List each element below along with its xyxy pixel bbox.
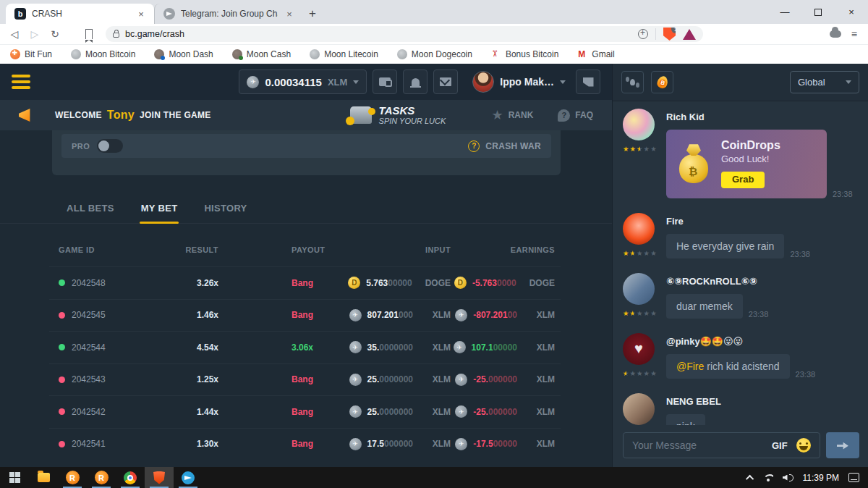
new-tab-button[interactable]: +	[302, 4, 323, 24]
table-row[interactable]: 2042543 1.25x Bang 25.0000000 XLM -25.00…	[49, 363, 561, 396]
chat-bubble: duar memek	[666, 294, 743, 319]
help-icon[interactable]: ?	[468, 140, 480, 152]
bc-game-favicon: b	[14, 8, 26, 20]
table-row[interactable]: 2042541 1.30x Bang 17.5000000 XLM -17.50…	[49, 428, 561, 460]
notifications-button[interactable]	[403, 70, 427, 94]
username: Ippo Mak…	[500, 76, 554, 88]
r-coin-app-icon: R	[66, 471, 80, 484]
close-tab-icon[interactable]: ×	[284, 9, 295, 20]
user-menu[interactable]: Ippo Mak…	[472, 71, 566, 93]
chat-username[interactable]: ⑥⑨ROCKnROLL⑥⑨	[666, 276, 859, 287]
chat-toggle-button[interactable]	[576, 70, 600, 94]
bookmark-item[interactable]: Bonus Bitcoin	[491, 49, 558, 59]
coindrop-button[interactable]	[651, 71, 673, 93]
message-input[interactable]	[632, 439, 763, 451]
bookmark-item[interactable]: Moon Litecoin	[310, 49, 378, 59]
back-icon[interactable]: ◁	[6, 25, 23, 43]
avatar[interactable]	[623, 333, 655, 365]
gif-button[interactable]: GIF	[772, 440, 788, 451]
tab-crash[interactable]: b CRASH ×	[6, 4, 154, 24]
bookmark-label: Moon Cash	[247, 49, 291, 59]
url-text[interactable]: bc.game/crash	[125, 29, 632, 39]
chat-username[interactable]: NENG EBEL	[666, 396, 859, 407]
avatar[interactable]	[623, 273, 655, 305]
brave-rewards-icon[interactable]	[683, 29, 696, 40]
coin-icon	[455, 309, 467, 321]
tab-telegram[interactable]: Telegram: Join Group Chat ×	[154, 4, 302, 24]
address-bar[interactable]: bc.game/crash 1	[106, 26, 703, 42]
action-center-icon[interactable]	[848, 473, 859, 482]
circle-plus-icon[interactable]	[638, 29, 648, 39]
table-row[interactable]: 2042542 1.44x Bang 25.0000000 XLM -25.00…	[49, 395, 561, 428]
wallet-button[interactable]	[373, 70, 397, 94]
taskbar-folder-app[interactable]	[29, 467, 58, 488]
send-button[interactable]	[826, 432, 859, 458]
user-rating-stars: ★★★★★	[623, 309, 656, 317]
bookmark-item[interactable]: Moon Bitcoin	[71, 49, 135, 59]
bookmark-item[interactable]: Bit Fun	[10, 49, 52, 59]
rain-button[interactable]	[621, 71, 644, 93]
table-header: GAME ID RESULT PAYOUT INPUT EARNINGS	[49, 245, 561, 266]
status-dot	[59, 344, 65, 350]
table-row[interactable]: 2042545 1.46x Bang 807.201000 XLM -807.2…	[49, 299, 561, 332]
taskbar-start-button[interactable]	[0, 467, 29, 488]
volume-icon[interactable]	[783, 474, 793, 481]
cloud-icon[interactable]	[830, 30, 841, 38]
maximize-button[interactable]	[801, 0, 835, 24]
table-row[interactable]: 2042544 4.54x 3.06x 35.0000000 XLM 107.1…	[49, 331, 561, 363]
system-tray: 11:39 PM	[748, 467, 868, 488]
avatar[interactable]	[623, 109, 655, 140]
taskbar-chrome-app[interactable]	[116, 467, 145, 488]
brave-shield-icon[interactable]: 1	[663, 28, 676, 41]
bet-tab-history[interactable]: HISTORY	[203, 195, 248, 223]
messages-button[interactable]	[433, 70, 458, 94]
xlm-coin-icon	[247, 76, 259, 88]
bookmark-item[interactable]: Moon Dash	[154, 49, 213, 59]
bookmark-icon[interactable]	[85, 29, 93, 39]
chat-username[interactable]: Rich Kid	[666, 112, 859, 122]
telegram-favicon	[163, 8, 175, 20]
wifi-icon[interactable]	[763, 474, 773, 481]
tray-expand-icon[interactable]	[745, 474, 753, 482]
taskbar-rcoin-app[interactable]: R	[58, 467, 87, 488]
emoji-button[interactable]	[796, 438, 811, 453]
rank-link[interactable]: ★ RANK	[492, 109, 534, 122]
chat-username[interactable]: Fire	[666, 216, 859, 227]
bookmark-item[interactable]: Moon Dogecoin	[397, 49, 472, 59]
lock-icon[interactable]	[113, 33, 119, 38]
result-value: 1.30x	[176, 439, 223, 449]
taskbar-brave-app[interactable]	[145, 467, 174, 488]
currency-label: XLM	[530, 374, 555, 384]
crash-war-label[interactable]: CRASH WAR	[485, 141, 541, 151]
bookmark-item[interactable]: Moon Cash	[232, 49, 291, 59]
shield-badge: 1	[671, 25, 680, 33]
close-tab-icon[interactable]: ×	[135, 9, 147, 20]
clock[interactable]: 11:39 PM	[803, 473, 839, 483]
taskbar-rcoin-app[interactable]: R	[87, 467, 116, 488]
reload-icon[interactable]: ↻	[46, 25, 64, 43]
browser-menu-icon[interactable]: ≡	[851, 28, 858, 40]
minimize-button[interactable]: —	[768, 0, 801, 24]
tasks-link[interactable]: TASKS SPIN YOUR LUCK	[350, 104, 446, 126]
faq-link[interactable]: ? FAQ	[558, 109, 593, 122]
message-input-box[interactable]: GIF	[623, 432, 820, 458]
grab-button[interactable]: Grab	[721, 172, 765, 188]
balance-selector[interactable]: 0.00034115 XLM	[239, 70, 367, 94]
channel-select[interactable]: Global	[790, 71, 859, 93]
close-window-button[interactable]: ×	[835, 0, 868, 24]
avatar[interactable]	[623, 393, 655, 425]
mention[interactable]: @Fire	[676, 361, 704, 372]
forward-icon[interactable]: ▷	[26, 25, 43, 43]
chat-username[interactable]: @pinky🤩🤩😜😜	[666, 336, 859, 347]
bookmark-item[interactable]: Gmail	[577, 49, 614, 59]
coindrops-card: CoinDrops Good Luck! Grab	[666, 130, 827, 198]
coindrops-subtitle: Good Luck!	[721, 153, 780, 166]
bet-tab-all-bets[interactable]: ALL BETS	[65, 195, 116, 223]
taskbar-telegram-app[interactable]	[174, 467, 203, 488]
chat-topbar: Global	[613, 64, 868, 101]
hamburger-menu-icon[interactable]	[12, 75, 30, 89]
table-row[interactable]: 2042548 3.26x Bang 5.76300000 DOGE -5.76…	[49, 266, 561, 299]
avatar[interactable]	[623, 213, 655, 245]
bet-tab-my-bet[interactable]: MY BET	[140, 195, 179, 223]
pro-toggle[interactable]	[97, 139, 123, 153]
